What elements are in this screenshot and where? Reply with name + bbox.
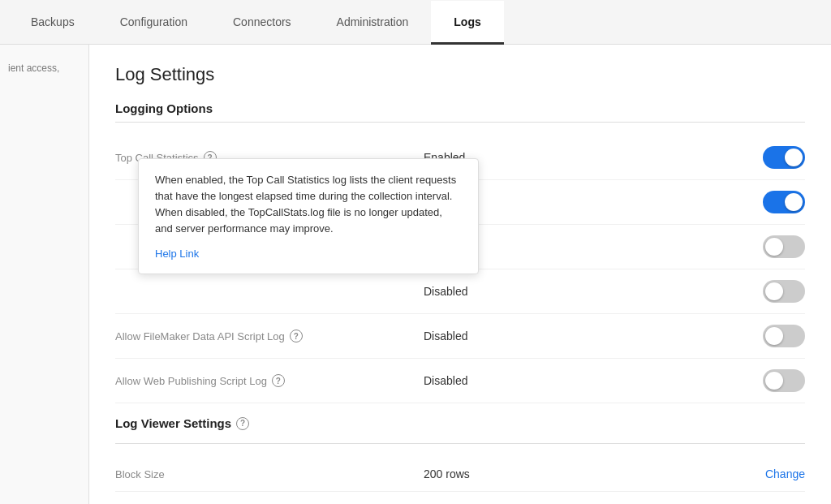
help-icon-filemaker-api[interactable]: ?	[290, 330, 303, 342]
toggle-3[interactable]	[763, 235, 805, 258]
toggle-track-web-publishing[interactable]	[763, 369, 805, 392]
setting-action-3	[708, 235, 805, 258]
log-viewer-label-text: Log Viewer Settings	[115, 416, 231, 430]
tab-administration[interactable]: Administration	[314, 1, 432, 45]
label-text-web-publishing: Allow Web Publishing Script Log	[115, 375, 267, 387]
setting-action-web-publishing	[708, 369, 805, 392]
tooltip-text: When enabled, the Top Call Statistics lo…	[155, 172, 462, 238]
top-nav: Backups Configuration Connectors Adminis…	[0, 0, 831, 45]
toggle-track-top-call[interactable]	[763, 146, 805, 169]
label-text-filemaker-api: Allow FileMaker Data API Script Log	[115, 330, 285, 342]
setting-value-filemaker-api: Disabled	[424, 330, 708, 342]
help-icon-log-viewer[interactable]: ?	[236, 417, 249, 430]
setting-action-block-size: Change	[708, 467, 805, 480]
tooltip-box: When enabled, the Top Call Statistics lo…	[138, 158, 479, 274]
setting-row-filemaker-api: Allow FileMaker Data API Script Log ? Di…	[115, 314, 805, 359]
toggle-thumb-2	[785, 193, 803, 211]
toggle-track-3[interactable]	[763, 235, 805, 258]
setting-action-filemaker-api	[708, 325, 805, 347]
toggle-thumb-4	[765, 282, 783, 300]
page-title: Log Settings	[115, 64, 805, 85]
toggle-track-2[interactable]	[763, 191, 805, 213]
toggle-thumb-filemaker-api	[765, 327, 783, 345]
section-divider	[115, 122, 805, 123]
toggle-track-filemaker-api[interactable]	[763, 325, 805, 347]
tooltip-help-link[interactable]: Help Link	[155, 248, 199, 260]
tab-configuration[interactable]: Configuration	[97, 1, 210, 45]
toggle-thumb-web-publishing	[765, 372, 783, 390]
toggle-web-publishing[interactable]	[763, 369, 805, 392]
setting-label-web-publishing: Allow Web Publishing Script Log ?	[115, 374, 424, 387]
toggle-track-4[interactable]	[763, 280, 805, 303]
setting-row-web-publishing: Allow Web Publishing Script Log ? Disabl…	[115, 359, 805, 403]
toggle-top-call[interactable]	[763, 146, 805, 169]
toggle-4[interactable]	[763, 280, 805, 303]
main-layout: ient access, Log Settings Logging Option…	[0, 45, 831, 504]
setting-label-filemaker-api: Allow FileMaker Data API Script Log ?	[115, 330, 424, 342]
log-viewer-section-title: Log Viewer Settings ?	[115, 403, 805, 437]
label-text-block-size: Block Size	[115, 468, 165, 480]
setting-value-web-publishing: Disabled	[424, 374, 708, 387]
setting-row-4: Disabled	[115, 269, 805, 314]
setting-value-4: Disabled	[424, 285, 708, 298]
toggle-2[interactable]	[763, 191, 805, 213]
toggle-thumb-3	[765, 238, 783, 256]
help-icon-web-publishing[interactable]: ?	[272, 374, 285, 387]
sidebar-text: ient access,	[0, 56, 67, 80]
tab-connectors[interactable]: Connectors	[210, 1, 314, 45]
setting-value-block-size: 200 rows	[424, 467, 708, 480]
setting-row-block-size: Block Size 200 rows Change	[115, 457, 805, 492]
toggle-filemaker-api[interactable]	[763, 325, 805, 347]
setting-action-top-call	[708, 146, 805, 169]
log-viewer-divider	[115, 443, 805, 444]
logging-options-title: Logging Options	[115, 101, 805, 115]
tab-logs[interactable]: Logs	[431, 1, 503, 45]
content-area: Log Settings Logging Options Top Call St…	[89, 45, 831, 504]
setting-action-4	[708, 280, 805, 303]
tab-backups[interactable]: Backups	[8, 1, 97, 45]
toggle-thumb-top-call	[785, 149, 803, 166]
sidebar: ient access,	[0, 45, 89, 504]
setting-label-block-size: Block Size	[115, 468, 424, 480]
setting-action-2	[708, 191, 805, 213]
change-link-block-size[interactable]: Change	[765, 467, 805, 480]
